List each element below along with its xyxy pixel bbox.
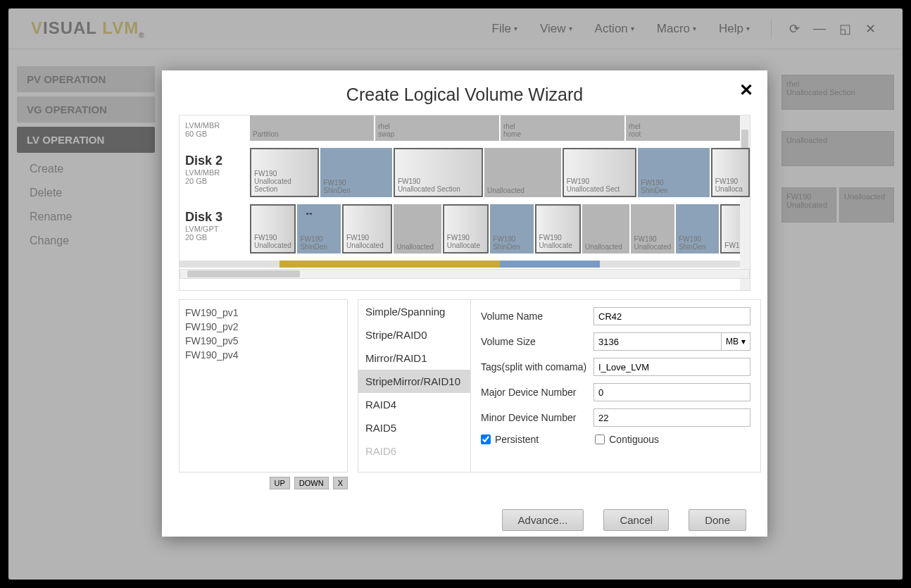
color-legend-bar <box>180 261 750 268</box>
disk-partition[interactable]: FW190Unallocated Section <box>394 148 483 197</box>
disk-partition[interactable]: FW190Unallocated <box>250 204 296 254</box>
volume-form: Volume Name Volume Size MB▾ Tags(split w… <box>471 300 760 472</box>
advance-button[interactable]: Advance... <box>502 509 584 531</box>
disk-partition[interactable]: rhelhome <box>501 115 624 141</box>
pv-list-item[interactable]: FW190_pv4 <box>185 348 341 362</box>
raid-type-item[interactable]: StripeMirror/RAID10 <box>358 370 470 393</box>
raid-type-item[interactable]: Simple/Spanning <box>358 300 470 323</box>
raid-type-item: RAID6 <box>358 439 470 463</box>
volume-size-unit[interactable]: MB▾ <box>722 332 750 351</box>
contiguous-checkbox[interactable]: Contiguous <box>595 434 659 445</box>
raid-type-list: Simple/SpanningStripe/RAID0Mirror/RAID1S… <box>358 300 471 472</box>
pv-down-button[interactable]: DOWN <box>294 477 329 489</box>
raid-type-item[interactable]: RAID4 <box>358 393 470 416</box>
disk-partition[interactable]: FW190Unallocate <box>535 204 581 254</box>
disk-partition[interactable]: Unalloacted <box>394 204 441 254</box>
disk-partition[interactable]: FW190Unallocated <box>342 204 392 254</box>
done-button[interactable]: Done <box>689 509 746 531</box>
raid-type-item[interactable]: Mirror/RAID1 <box>358 346 470 370</box>
minor-device-input[interactable] <box>593 408 750 427</box>
modal-close-button[interactable]: ✕ <box>739 80 753 100</box>
disk-partition[interactable]: rhelroot <box>626 115 750 141</box>
disk-partition[interactable]: FW190ShinDen <box>297 204 340 254</box>
disk-partition[interactable]: FW190ShinDen <box>320 148 392 197</box>
create-lv-wizard: ✕ Create Logical Volume Wizard LVM/MBR 6… <box>162 70 767 537</box>
disk-panel[interactable]: LVM/MBR 60 GB Partitionrhelswaprhelhomer… <box>179 115 750 291</box>
volume-size-input[interactable] <box>593 332 722 351</box>
disk-partition[interactable]: Partition <box>250 115 374 141</box>
disk-partition[interactable]: FW190ShinDen <box>490 204 533 254</box>
pv-remove-button[interactable]: X <box>333 477 348 489</box>
pv-up-button[interactable]: UP <box>270 477 290 489</box>
disk-partition[interactable]: FW190Unalloca <box>711 148 750 197</box>
disk-partition[interactable]: FW190Unallocated Section <box>250 148 319 197</box>
pv-list[interactable]: FW190_pv1FW190_pv2FW190_pv5FW190_pv4 <box>179 299 348 473</box>
pv-list-item[interactable]: FW190_pv5 <box>185 334 341 348</box>
disk-partition[interactable]: rhelswap <box>375 115 499 141</box>
disk-vscroll[interactable] <box>740 115 750 290</box>
disk-partition[interactable]: FW190Unallocate <box>443 204 489 254</box>
disk-partition[interactable]: FW190Unallocated Sect <box>563 148 637 197</box>
tags-input[interactable] <box>593 358 750 376</box>
disk-partition[interactable]: Unalloacted <box>582 204 629 254</box>
disk-hscroll[interactable] <box>180 269 750 279</box>
modal-title: Create Logical Volume Wizard <box>179 85 750 105</box>
pv-list-item[interactable]: FW190_pv1 <box>185 306 341 320</box>
volume-name-input[interactable] <box>593 307 750 325</box>
disk-partition[interactable]: Unalloacted <box>484 148 561 197</box>
disk-partition[interactable]: FW190ShinDen <box>676 204 719 254</box>
pv-list-item[interactable]: FW190_pv2 <box>185 320 341 334</box>
disk-partition[interactable]: FW190Unallocated <box>631 204 674 254</box>
raid-type-item[interactable]: Stripe/RAID0 <box>358 323 470 346</box>
cancel-button[interactable]: Cancel <box>603 509 669 531</box>
raid-type-item[interactable]: RAID5 <box>358 416 470 439</box>
chevron-down-icon: ▾ <box>741 337 746 346</box>
persistent-checkbox[interactable]: Persistent <box>481 434 539 445</box>
disk-partition[interactable]: FW190ShinDen <box>638 148 710 197</box>
major-device-input[interactable] <box>593 383 750 401</box>
